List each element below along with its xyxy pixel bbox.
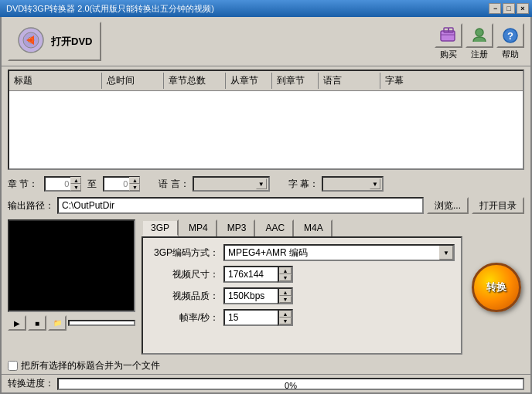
quality-spin-arrows[interactable]: ▲ ▼ [278,287,293,304]
progress-text: 0% [59,379,523,392]
chapter-to-up[interactable]: ▲ [129,177,140,184]
chapter-from-up[interactable]: ▲ [70,177,81,184]
chapter-controls: 章 节： 0 ▲ ▼ 至 0 ▲ ▼ 语 言： ▼ 字 幕： ▼ [2,173,530,195]
main-window: 打开DVD 购买 [0,17,532,394]
fps-label: 帧率/秒： [149,311,219,324]
register-icon [466,23,493,48]
merge-row: 把所有选择的标题合并为一个文件 [2,358,530,374]
lang-label: 语 言： [159,178,189,191]
lang-dropdown-arrow[interactable]: ▼ [256,178,267,189]
tab-aac[interactable]: AAC [256,219,294,236]
size-spin[interactable]: 176x144 ▲ ▼ [223,266,293,283]
help-icon: ? [496,23,524,48]
convert-button[interactable]: 转换 [472,263,521,312]
chapter-to-arrows[interactable]: ▲ ▼ [129,177,140,191]
size-down[interactable]: ▼ [279,274,292,281]
maximize-button[interactable]: □ [503,3,515,14]
quality-input[interactable]: 150Kbps [223,287,278,304]
tab-3gp[interactable]: 3GP [142,219,179,236]
tab-mp3[interactable]: MP3 [218,219,256,236]
table-body [9,91,523,168]
table-header: 标题 总时间 章节总数 从章节 到章节 语言 字幕 [9,71,523,91]
to-label: 至 [87,178,97,191]
chapter-to-down[interactable]: ▼ [129,184,140,191]
format-tabs: 3GP MP4 MP3 AAC M4A [142,219,462,236]
tab-mp4[interactable]: MP4 [179,219,217,236]
preview-video [8,219,135,312]
output-row: 输出路径： 浏览... 打开目录 [2,195,530,216]
output-path-input[interactable] [57,197,424,214]
help-button[interactable]: ? 帮助 [496,23,524,60]
svg-text:?: ? [507,30,513,42]
fps-row: 帧率/秒： 15 ▲ ▼ [149,309,455,326]
size-spin-arrows[interactable]: ▲ ▼ [278,266,293,283]
quality-spin[interactable]: 150Kbps ▲ ▼ [223,287,293,304]
tab-content: 3GP编码方式： MPEG4+AMR 编码 H263+AMR 编码 H264+A… [142,236,462,355]
quality-down[interactable]: ▼ [279,296,292,303]
progress-bar: 0% [57,378,524,390]
size-row: 视频尺寸： 176x144 ▲ ▼ [149,266,455,283]
quality-up[interactable]: ▲ [279,289,292,296]
quality-row: 视频品质： 150Kbps ▲ ▼ [149,287,455,304]
fps-input[interactable]: 15 [223,309,278,326]
col-language: 语言 [319,73,380,89]
chapter-to-input[interactable]: 0 [104,179,129,189]
svg-point-8 [476,29,483,36]
fps-spin-arrows[interactable]: ▲ ▼ [278,309,293,326]
register-button[interactable]: 注册 [466,23,493,60]
toolbar-actions: 购买 注册 ? 帮助 [435,23,524,60]
browse-button[interactable]: 浏览... [427,197,469,214]
chapter-from-arrows[interactable]: ▲ ▼ [70,177,81,191]
fps-down[interactable]: ▼ [279,318,292,324]
preview-progress-bar [68,320,135,326]
size-label: 视频尺寸： [149,268,219,281]
encode-select[interactable]: MPEG4+AMR 编码 H263+AMR 编码 H264+AAC 编码 [225,246,453,260]
open-button[interactable]: 📁 [48,315,66,331]
language-dropdown[interactable]: ▼ [193,176,270,192]
subtitle-label: 字 幕： [288,178,319,191]
dvd-table: 标题 总时间 章节总数 从章节 到章节 语言 字幕 [8,70,524,170]
minimize-button[interactable]: － [489,3,501,14]
fps-up[interactable]: ▲ [279,311,292,318]
subtitle-dropdown[interactable]: ▼ [322,176,384,192]
settings-panel: 3GP MP4 MP3 AAC M4A 3GP编码方式： MPEG4+AMR 编… [142,219,462,355]
encode-dropdown-arrow[interactable]: ▼ [439,246,453,260]
encode-label: 3GP编码方式： [149,246,219,260]
close-button[interactable]: × [517,3,529,14]
open-dvd-button[interactable]: 打开DVD [8,22,101,61]
fps-spin[interactable]: 15 ▲ ▼ [223,309,293,326]
stop-button[interactable]: ■ [28,315,46,331]
toolbar: 打开DVD 购买 [2,17,530,66]
bottom-area: ▶ ■ 📁 3GP MP4 MP3 AAC M4A 3GP编码方式： [2,216,530,358]
chapter-from-down[interactable]: ▼ [70,184,81,191]
title-bar: DVD转3GP转换器 2.0(试用版只能转换出五分钟的视频) － □ × [0,0,532,17]
convert-btn-area: 转换 [469,219,524,355]
col-from-chapter: 从章节 [226,73,272,89]
size-up[interactable]: ▲ [279,267,292,274]
subtitle-section: 字 幕： ▼ [288,176,384,192]
col-title: 标题 [9,73,102,89]
merge-label[interactable]: 把所有选择的标题合并为一个文件 [21,359,160,372]
output-label: 输出路径： [8,199,54,212]
play-button[interactable]: ▶ [8,315,26,331]
chapter-to-spinbox[interactable]: 0 ▲ ▼ [103,176,140,192]
open-dir-button[interactable]: 打开目录 [472,197,524,214]
tab-m4a[interactable]: M4A [295,219,332,236]
language-section: 语 言： ▼ [159,176,269,192]
chapter-from-input[interactable]: 0 [46,179,70,189]
encode-dropdown[interactable]: MPEG4+AMR 编码 H263+AMR 编码 H264+AAC 编码 ▼ [223,244,455,261]
register-label: 注册 [471,49,488,60]
subtitle-dropdown-arrow[interactable]: ▼ [370,178,380,189]
preview-controls: ▶ ■ 📁 [8,315,135,331]
help-label: 帮助 [502,49,519,60]
chapter-from-spinbox[interactable]: 0 ▲ ▼ [44,176,81,192]
size-input[interactable]: 176x144 [223,266,278,283]
merge-checkbox[interactable] [8,361,18,371]
window-controls[interactable]: － □ × [489,3,529,14]
quality-label: 视频品质： [149,290,219,303]
col-subtitle: 字幕 [380,73,523,89]
col-chapters: 章节总数 [164,73,226,89]
buy-icon [435,23,462,48]
col-to-chapter: 到章节 [272,73,319,89]
buy-button[interactable]: 购买 [435,23,462,60]
